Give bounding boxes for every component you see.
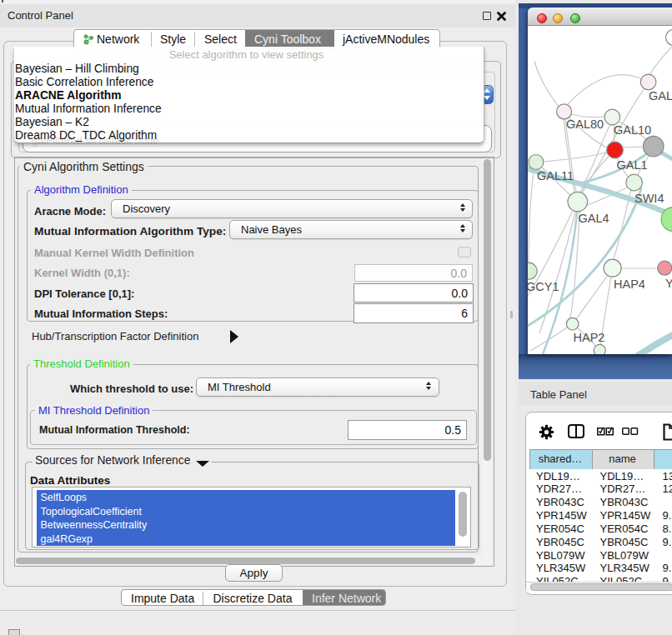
svg-text:GAL1: GAL1: [617, 158, 648, 172]
svg-text:SWI4: SWI4: [634, 192, 664, 205]
svg-text:GCY1: GCY1: [528, 280, 559, 293]
svg-text:GAL11: GAL11: [537, 169, 574, 182]
svg-text:HAP2: HAP2: [574, 331, 605, 344]
svg-text:GAL2: GAL2: [649, 89, 672, 102]
svg-text:YEL: YEL: [665, 277, 672, 290]
svg-text:HAP4: HAP4: [614, 278, 645, 291]
svg-text:GAL10: GAL10: [614, 123, 651, 137]
svg-text:GAL4: GAL4: [579, 212, 609, 225]
svg-text:GAL80: GAL80: [566, 118, 604, 131]
